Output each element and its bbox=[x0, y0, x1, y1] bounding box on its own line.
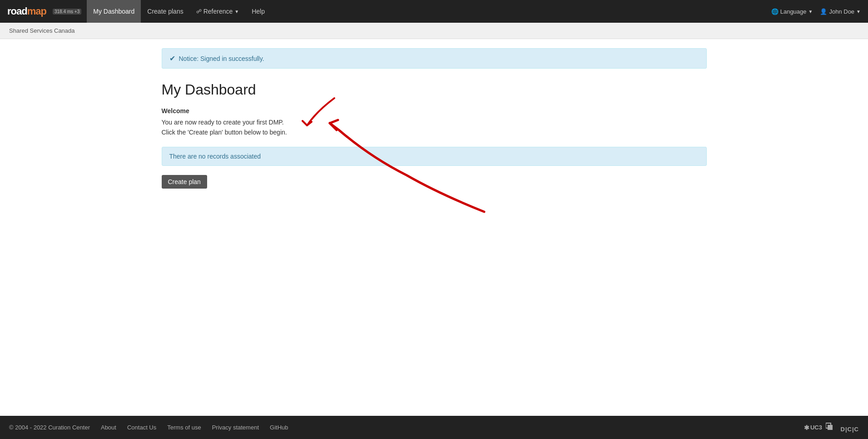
no-records-box: There are no records associated bbox=[162, 147, 707, 166]
footer-terms[interactable]: Terms of use bbox=[167, 424, 201, 431]
create-plan-button[interactable]: Create plan bbox=[162, 175, 207, 189]
welcome-heading: Welcome bbox=[162, 107, 707, 115]
welcome-line1: You are now ready to create your first D… bbox=[162, 117, 707, 127]
dmp-squares-icon bbox=[826, 422, 838, 431]
nav-create-plans[interactable]: Create plans bbox=[141, 0, 189, 23]
copyright-text: © 2004 - 2022 Curation Center bbox=[9, 424, 90, 431]
brand-road: road bbox=[7, 5, 27, 17]
reference-dropdown-arrow: ▼ bbox=[234, 9, 239, 14]
uc3-logo: ✱ UC3 bbox=[804, 424, 822, 431]
footer-github[interactable]: GitHub bbox=[270, 424, 288, 431]
user-menu[interactable]: 👤 John Doe ▼ bbox=[820, 8, 861, 15]
main-content: ✔ Notice: Signed in successfully. My Das… bbox=[153, 39, 716, 416]
welcome-section: Welcome You are now ready to create your… bbox=[162, 107, 707, 138]
nav-right: 🌐 Language ▼ 👤 John Doe ▼ bbox=[771, 8, 861, 15]
footer-right: ✱ UC3 D|C|C bbox=[804, 422, 859, 433]
nav-my-dashboard[interactable]: My Dashboard bbox=[87, 0, 141, 23]
footer-left: © 2004 - 2022 Curation Center About Cont… bbox=[9, 424, 288, 431]
subheader: Shared Services Canada bbox=[0, 23, 868, 39]
footer: © 2004 - 2022 Curation Center About Cont… bbox=[0, 416, 868, 439]
footer-contact[interactable]: Contact Us bbox=[127, 424, 156, 431]
language-selector[interactable]: 🌐 Language ▼ bbox=[771, 8, 813, 15]
notice-box: ✔ Notice: Signed in successfully. bbox=[162, 48, 707, 69]
nav-reference[interactable]: ☍ Reference ▼ bbox=[190, 0, 246, 23]
nav-help[interactable]: Help bbox=[245, 0, 271, 23]
user-dropdown-arrow: ▼ bbox=[856, 9, 861, 14]
navbar: roadmap 318.4 ms +3 My Dashboard Create … bbox=[0, 0, 868, 23]
nav-items: My Dashboard Create plans ☍ Reference ▼ … bbox=[87, 0, 771, 23]
snowflake-icon: ✱ bbox=[804, 424, 809, 431]
perf-badge: 318.4 ms +3 bbox=[53, 9, 81, 15]
org-label: Shared Services Canada bbox=[9, 27, 75, 34]
svg-rect-1 bbox=[828, 425, 833, 430]
brand-logo[interactable]: roadmap bbox=[7, 5, 46, 17]
book-icon: ☍ bbox=[196, 8, 202, 15]
language-icon: 🌐 bbox=[771, 8, 779, 15]
dmp-text: D|C|C bbox=[841, 426, 859, 433]
notice-text: Notice: Signed in successfully. bbox=[179, 55, 264, 62]
user-icon: 👤 bbox=[820, 8, 827, 15]
footer-privacy[interactable]: Privacy statement bbox=[212, 424, 259, 431]
no-records-text: There are no records associated bbox=[169, 153, 261, 160]
welcome-line2: Click the 'Create plan' button below to … bbox=[162, 127, 707, 137]
language-dropdown-arrow: ▼ bbox=[808, 9, 813, 14]
uc3-text: UC3 bbox=[810, 424, 822, 431]
footer-about[interactable]: About bbox=[101, 424, 116, 431]
page-title: My Dashboard bbox=[162, 81, 707, 98]
dmp-logo: D|C|C bbox=[826, 422, 859, 433]
brand-map: map bbox=[27, 5, 46, 17]
check-icon: ✔ bbox=[169, 54, 175, 63]
